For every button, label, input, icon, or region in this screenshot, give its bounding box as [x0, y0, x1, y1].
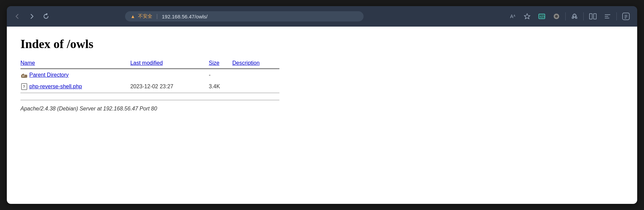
svg-rect-9: [589, 14, 592, 19]
name-cell-parent: ↩ Parent Directory: [20, 69, 130, 81]
browser-window: ▲ 不安全 | 192.168.56.47/owls/ A ∧ </: [7, 6, 637, 204]
profile-button[interactable]: [620, 11, 632, 22]
svg-point-6: [555, 15, 558, 18]
svg-text:</>: </>: [540, 15, 546, 18]
separator: |: [156, 13, 158, 19]
svg-text:?: ?: [23, 85, 25, 89]
footer-separator: [20, 92, 279, 93]
server-footer: Apache/2.4.38 (Debian) Server at 192.168…: [20, 100, 279, 112]
security-warning-icon: ▲: [131, 14, 135, 19]
table-row: ↩ Parent Directory -: [20, 69, 279, 81]
page-content: Index of /owls Name Last modified Size D…: [7, 27, 637, 204]
split-view-button[interactable]: [587, 11, 599, 22]
sort-modified-link[interactable]: Last modified: [130, 60, 163, 66]
table-row: ? php-reverse-shell.php 2023-12-02 23:27…: [20, 81, 279, 92]
svg-marker-2: [524, 14, 530, 19]
parent-modified: [130, 69, 209, 81]
reload-button[interactable]: [41, 12, 51, 21]
circle-button[interactable]: [551, 11, 562, 22]
col-header-name: Name: [20, 58, 130, 69]
col-header-modified: Last modified: [130, 58, 209, 69]
svg-rect-10: [594, 14, 596, 19]
svg-text:↩: ↩: [22, 74, 25, 78]
col-header-size: Size: [209, 58, 232, 69]
read-aloud-button[interactable]: A ∧: [507, 11, 518, 22]
table-header-row: Name Last modified Size Description: [20, 58, 279, 69]
address-text: 192.168.56.47/owls/: [162, 14, 358, 19]
php-file-icon: ?: [20, 83, 28, 90]
svg-rect-14: [623, 13, 629, 20]
parent-size: -: [209, 69, 232, 81]
file-table: Name Last modified Size Description: [20, 58, 279, 93]
sort-description-link[interactable]: Description: [232, 60, 260, 66]
svg-rect-8: [576, 17, 577, 18]
forward-button[interactable]: [27, 12, 37, 21]
page-title: Index of /owls: [20, 37, 624, 51]
address-bar[interactable]: ▲ 不安全 | 192.168.56.47/owls/: [125, 11, 364, 21]
php-desc: [232, 81, 279, 92]
toolbar-divider-2: [583, 12, 584, 20]
name-cell-php: ? php-reverse-shell.php: [20, 81, 130, 92]
back-button[interactable]: [12, 12, 22, 21]
extensions-button[interactable]: [569, 11, 580, 22]
browser-chrome: ▲ 不安全 | 192.168.56.47/owls/ A ∧ </: [7, 6, 637, 27]
php-file-link[interactable]: php-reverse-shell.php: [29, 84, 82, 90]
security-label: 不安全: [138, 13, 152, 19]
toolbar-divider-1: [565, 12, 566, 20]
sidebar-button[interactable]: [602, 11, 613, 22]
parent-directory-link[interactable]: Parent Directory: [29, 72, 69, 78]
toolbar-right: A ∧ </>: [507, 11, 632, 22]
parent-directory-icon: ↩: [20, 71, 28, 79]
svg-text:∧: ∧: [513, 14, 516, 17]
col-header-description: Description: [232, 58, 279, 69]
devtools-button[interactable]: </>: [536, 11, 548, 22]
php-modified: 2023-12-02 23:27: [130, 81, 209, 92]
favorites-button[interactable]: [522, 11, 533, 22]
toolbar-divider-3: [616, 12, 617, 20]
parent-desc: [232, 69, 279, 81]
sort-size-link[interactable]: Size: [209, 60, 219, 66]
php-size: 3.4K: [209, 81, 232, 92]
svg-rect-7: [572, 17, 573, 18]
sort-name-link[interactable]: Name: [20, 60, 35, 66]
